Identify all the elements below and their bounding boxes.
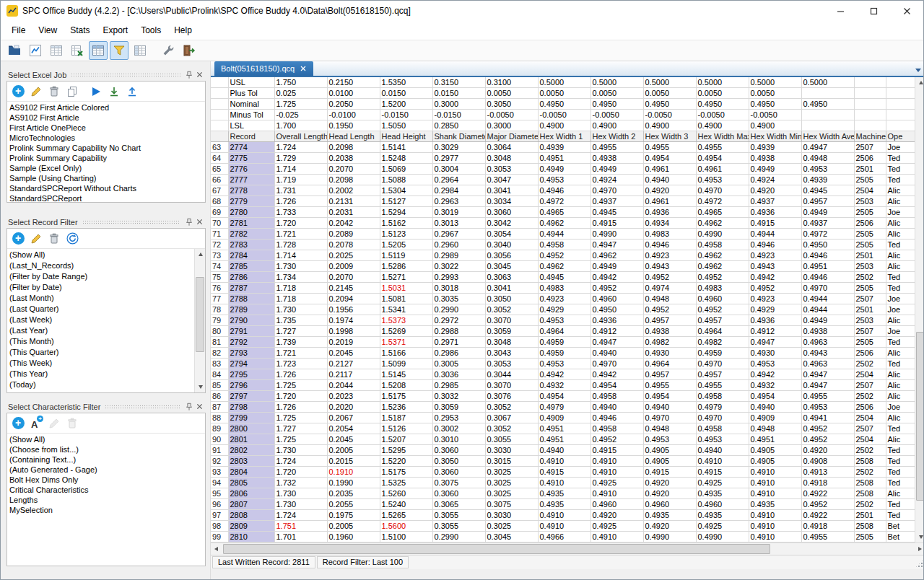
scroll-right-arrow[interactable] [915,543,924,555]
value-cell[interactable]: 0.4910 [538,521,590,532]
value-cell[interactable]: 0.4920 [643,478,696,488]
value-cell[interactable]: 0.3034 [485,196,538,207]
value-cell[interactable]: 0.4970 [696,359,749,369]
value-cell[interactable]: 0.4946 [643,240,696,250]
row-number-cell[interactable]: 68 [211,196,228,207]
row-number-cell[interactable]: 73 [211,250,228,261]
value-cell[interactable]: 1.5127 [380,196,432,207]
value-cell[interactable]: 0.4944 [538,229,590,240]
value-cell[interactable]: 0.4910 [538,456,590,467]
machine-cell[interactable]: 2503 [854,261,886,272]
row-number-cell[interactable]: 87 [211,402,228,413]
value-cell[interactable]: 0.3075 [485,499,538,510]
value-cell[interactable]: 0.4910 [590,488,643,499]
record-cell[interactable]: 2794 [228,359,274,369]
value-cell[interactable]: 0.2070 [327,272,380,283]
value-cell[interactable]: 0.3030 [485,445,538,456]
value-cell[interactable]: 0.2089 [327,229,380,240]
value-cell[interactable]: 0.4964 [643,359,696,369]
value-cell[interactable]: 0.2977 [432,153,485,164]
value-cell[interactable]: 0.2009 [327,261,380,272]
operator-cell[interactable]: Joe [886,304,915,315]
value-cell[interactable]: 0.2117 [327,369,380,380]
value-cell[interactable]: 0.1990 [327,478,380,488]
record-cell[interactable]: 2795 [228,369,274,380]
value-cell[interactable]: 0.4910 [749,510,801,521]
excel-export-button[interactable] [68,41,87,60]
row-number-cell[interactable]: 89 [211,423,228,434]
value-cell[interactable]: 0.4910 [590,467,643,478]
machine-cell[interactable]: 2501 [854,304,886,315]
value-cell[interactable]: 0.4948 [801,153,854,164]
value-cell[interactable]: 0.2131 [327,196,380,207]
value-cell[interactable]: 0.4942 [590,272,643,283]
value-cell[interactable]: 0.4962 [538,261,590,272]
value-cell[interactable]: 1.727 [274,423,327,434]
value-cell[interactable]: 0.4936 [749,207,801,218]
row-number-cell[interactable]: 97 [211,510,228,521]
value-cell[interactable]: 0.4909 [749,413,801,423]
value-cell[interactable]: 0.3041 [485,185,538,196]
value-cell[interactable]: 0.2986 [432,348,485,359]
value-cell[interactable]: 0.4961 [643,196,696,207]
record-cell[interactable]: 2789 [228,304,274,315]
value-cell[interactable]: 1.5207 [380,434,432,445]
record-cell[interactable]: 2790 [228,315,274,326]
record-cell[interactable]: 2775 [228,153,274,164]
column-header-hex-width-2[interactable]: Hex Width 2 [590,131,643,142]
list-item[interactable]: (Auto Generated - Gage) [7,465,205,475]
value-cell[interactable]: 0.4970 [590,185,643,196]
machine-cell[interactable]: 2505 [854,337,886,348]
edit-filter-button[interactable] [30,232,43,245]
value-cell[interactable]: 0.4966 [538,532,590,542]
value-cell[interactable]: 0.4962 [696,250,749,261]
value-cell[interactable]: 0.2042 [327,218,380,229]
operator-cell[interactable]: Ted [886,283,915,294]
value-cell[interactable]: 0.4915 [590,445,643,456]
value-cell[interactable]: 0.4913 [801,467,854,478]
record-cell[interactable]: 2787 [228,283,274,294]
operator-cell[interactable]: Ted [886,510,915,521]
settings-wrench-button[interactable] [159,41,178,60]
edit-characteristic-filter-button[interactable] [48,417,61,430]
value-cell[interactable]: 1.5325 [380,478,432,488]
edit-job-button[interactable] [30,85,43,98]
row-number-cell[interactable]: 78 [211,304,228,315]
operator-cell[interactable]: Alic [886,218,915,229]
value-cell[interactable]: 0.4937 [590,196,643,207]
value-cell[interactable]: 1.720 [274,218,327,229]
value-cell[interactable]: 1.725 [274,434,327,445]
value-cell[interactable]: 1.5069 [380,164,432,175]
value-cell[interactable]: 0.4930 [749,348,801,359]
value-cell[interactable]: 0.3042 [485,218,538,229]
run-job-button[interactable] [90,85,103,98]
value-cell[interactable]: 0.4959 [538,348,590,359]
row-number-cell[interactable]: 98 [211,521,228,532]
row-number-cell[interactable]: 92 [211,456,228,467]
value-cell[interactable]: 0.2960 [432,240,485,250]
machine-cell[interactable]: 2507 [854,326,886,337]
operator-cell[interactable]: Joe [886,326,915,337]
value-cell[interactable]: 0.4953 [538,359,590,369]
value-cell[interactable]: 0.4953 [538,315,590,326]
value-cell[interactable]: 1.730 [274,488,327,499]
value-cell[interactable]: 0.2055 [327,499,380,510]
machine-cell[interactable]: 2505 [854,229,886,240]
value-cell[interactable]: 0.2023 [327,391,380,402]
machine-cell[interactable]: 2501 [854,510,886,521]
list-item[interactable]: (Last Week) [7,315,205,325]
value-cell[interactable]: 0.4935 [538,488,590,499]
value-cell[interactable]: 0.3050 [432,456,485,467]
machine-cell[interactable]: 2506 [854,402,886,413]
value-cell[interactable]: 0.4962 [696,218,749,229]
value-cell[interactable]: 0.4940 [590,348,643,359]
value-cell[interactable]: 0.4953 [643,434,696,445]
value-cell[interactable]: 0.4952 [801,434,854,445]
row-number-cell[interactable]: 79 [211,315,228,326]
value-cell[interactable]: 0.4952 [590,434,643,445]
value-cell[interactable]: 0.4905 [749,456,801,467]
value-cell[interactable]: 1.5205 [380,240,432,250]
close-panel-icon[interactable] [194,70,204,80]
value-cell[interactable]: 0.4952 [590,283,643,294]
value-cell[interactable]: 0.4952 [801,499,854,510]
